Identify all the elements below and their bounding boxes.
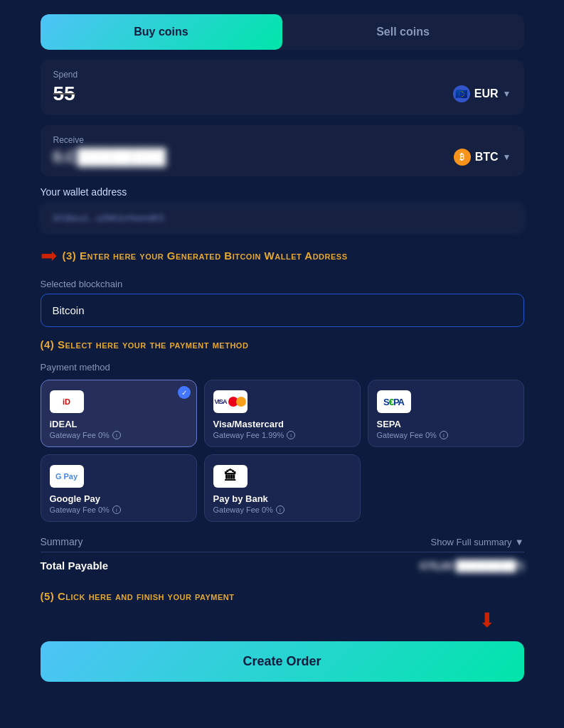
sepa-fee: Gateway Fee 0% i	[377, 431, 515, 439]
step5-arrow-row: ➡	[41, 608, 524, 631]
summary-toggle[interactable]: Show Full summary ▼	[430, 537, 523, 547]
gpay-fee: Gateway Fee 0% i	[50, 505, 188, 514]
summary-label: Summary	[41, 536, 83, 547]
paybybank-info-icon: i	[276, 505, 284, 514]
summary-row: Summary Show Full summary ▼	[41, 532, 524, 552]
tab-row: Buy coins Sell coins	[41, 14, 524, 50]
wallet-section: Your wallet address	[41, 186, 524, 232]
visa-name: Visa/Mastercard	[213, 419, 351, 429]
blockchain-label: Selected blockchain	[41, 279, 524, 289]
spend-value: 55	[53, 82, 75, 105]
step3-label: (3) Enter here your Generated Bitcoin Wa…	[63, 250, 348, 262]
eur-flag-icon: 🇪🇺	[453, 85, 470, 102]
step3-annotation: ➡ (3) Enter here your Generated Bitcoin …	[41, 244, 524, 267]
create-order-button[interactable]: Create Order	[41, 641, 524, 682]
payment-paybybank[interactable]: 🏛 Pay by Bank Gateway Fee 0% i	[204, 454, 361, 522]
blockchain-input[interactable]	[41, 294, 524, 327]
visa-info-icon: i	[287, 431, 295, 439]
sepa-name: SEPA	[377, 419, 515, 429]
btc-chevron-icon: ▼	[503, 152, 511, 162]
sell-coins-tab[interactable]: Sell coins	[282, 14, 524, 50]
receive-card: Receive 0.C████████ ₿ BTC ▼	[41, 125, 524, 176]
gpay-info-icon: i	[112, 505, 121, 514]
ideal-name: iDEAL	[50, 419, 188, 429]
gpay-logo: G Pay	[50, 465, 84, 488]
payment-section: Payment method ✓ iD iDEAL Gateway Fee 0%…	[41, 362, 524, 522]
buy-coins-tab[interactable]: Buy coins	[41, 14, 282, 50]
sepa-logo: S€PA	[377, 390, 411, 413]
payment-gpay[interactable]: G Pay Google Pay Gateway Fee 0% i	[41, 454, 197, 522]
eur-chevron-icon: ▼	[503, 89, 511, 99]
eur-label: EUR	[474, 87, 499, 100]
btc-icon: ₿	[454, 149, 471, 166]
total-row: Total Payable €75,00 ████████*)	[41, 552, 524, 579]
gpay-name: Google Pay	[50, 493, 188, 504]
receive-label: Receive	[53, 135, 511, 145]
spend-card: Spend 55 🇪🇺 EUR ▼	[41, 60, 524, 115]
ideal-check-icon: ✓	[178, 386, 191, 399]
step3-arrow-icon: ➡	[41, 244, 57, 267]
wallet-label: Your wallet address	[41, 186, 524, 198]
sepa-info-icon: i	[440, 431, 448, 439]
payment-grid-top: ✓ iD iDEAL Gateway Fee 0% i VISA	[41, 380, 524, 447]
step4-label: (4) Select here your the payment method	[41, 338, 249, 350]
step4-annotation: (4) Select here your the payment method	[41, 338, 524, 350]
total-value: €75,00 ████████*)	[420, 560, 524, 572]
currency-eur-selector[interactable]: 🇪🇺 EUR ▼	[453, 85, 511, 102]
ideal-logo: iD	[50, 390, 84, 413]
step5-label: (5) Click here and finish your payment	[41, 590, 235, 602]
paybybank-logo: 🏛	[213, 465, 248, 488]
payment-method-label: Payment method	[41, 362, 524, 373]
paybybank-name: Pay by Bank	[213, 493, 351, 504]
step5-arrow-icon: ➡	[476, 611, 499, 628]
payment-grid-bottom: G Pay Google Pay Gateway Fee 0% i 🏛 Pay …	[41, 454, 524, 522]
receive-value: 0.C████████	[53, 148, 166, 166]
visa-fee: Gateway Fee 1.99% i	[213, 431, 351, 439]
visa-mc-logo: VISA	[213, 390, 248, 413]
payment-sepa[interactable]: S€PA SEPA Gateway Fee 0% i	[368, 380, 524, 447]
mc-right-dot	[236, 397, 246, 407]
currency-btc-selector[interactable]: ₿ BTC ▼	[454, 149, 511, 166]
summary-chevron-icon: ▼	[515, 537, 524, 547]
payment-visa[interactable]: VISA Visa/Mastercard Gateway Fee 1.99% i	[204, 380, 361, 447]
ideal-fee: Gateway Fee 0% i	[50, 431, 188, 439]
blockchain-section: Selected blockchain	[41, 279, 524, 327]
ideal-info-icon: i	[112, 431, 121, 439]
summary-section: Summary Show Full summary ▼ Total Payabl…	[41, 532, 524, 579]
payment-ideal[interactable]: ✓ iD iDEAL Gateway Fee 0% i	[41, 380, 197, 447]
step5-annotation: (5) Click here and finish your payment	[41, 590, 524, 602]
summary-toggle-label: Show Full summary	[430, 537, 511, 547]
total-label: Total Payable	[41, 560, 109, 572]
wallet-address-input[interactable]	[41, 203, 524, 232]
paybybank-fee: Gateway Fee 0% i	[213, 505, 351, 514]
btc-label: BTC	[475, 151, 499, 164]
spend-label: Spend	[53, 70, 511, 80]
